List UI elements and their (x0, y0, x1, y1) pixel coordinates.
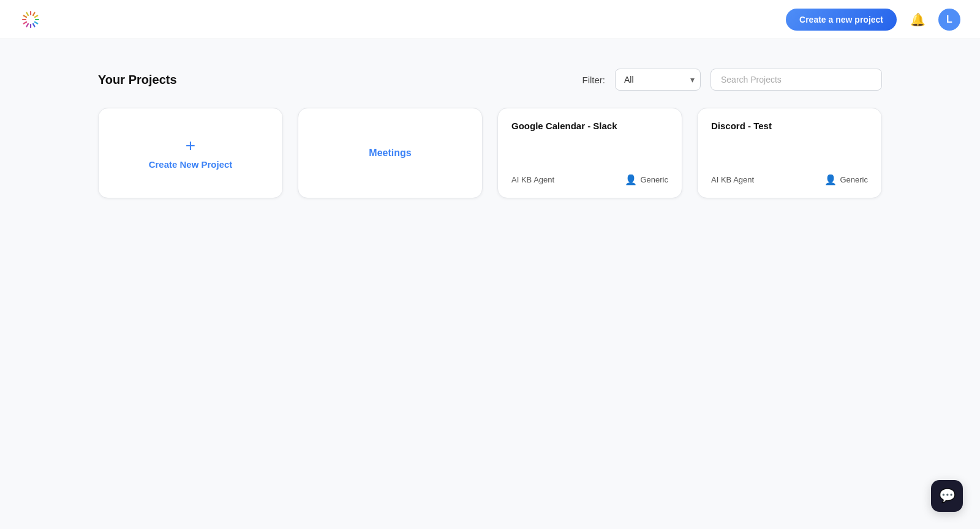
project-footer: AI KB Agent 👤 Generic (511, 174, 668, 186)
svg-line-1 (33, 12, 35, 15)
project-title: Discord - Test (711, 121, 868, 131)
projects-header: Your Projects Filter: All Active Archive… (98, 69, 882, 91)
main-content: Your Projects Filter: All Active Archive… (49, 39, 931, 228)
filter-select-wrapper: All Active Archived ▾ (615, 69, 701, 91)
project-footer: AI KB Agent 👤 Generic (711, 174, 868, 186)
agent-label: AI KB Agent (711, 175, 754, 184)
svg-line-5 (33, 23, 35, 26)
create-new-project-card[interactable]: + Create New Project (98, 108, 283, 198)
avatar[interactable]: L (938, 9, 960, 31)
svg-line-7 (27, 23, 29, 26)
category-label: Generic (840, 175, 868, 184)
navbar: Create a new project 🔔 L (0, 0, 980, 39)
person-icon: 👤 (625, 174, 637, 186)
chat-icon: 💬 (939, 488, 956, 504)
chat-widget[interactable]: 💬 (931, 480, 963, 512)
meetings-label: Meetings (369, 148, 411, 159)
svg-line-8 (24, 22, 26, 24)
bell-icon: 🔔 (910, 12, 925, 27)
project-title: Google Calendar - Slack (511, 121, 668, 131)
agent-label: AI KB Agent (511, 175, 554, 184)
person-icon: 👤 (824, 174, 837, 186)
plus-icon: + (186, 137, 195, 154)
notification-button[interactable]: 🔔 (907, 9, 929, 31)
type-badge: 👤 Generic (824, 174, 868, 186)
svg-line-2 (35, 15, 37, 17)
type-badge: 👤 Generic (625, 174, 668, 186)
navbar-right: Create a new project 🔔 L (786, 9, 960, 31)
meetings-card[interactable]: Meetings (298, 108, 483, 198)
create-card-label: Create New Project (149, 159, 233, 170)
svg-line-10 (24, 15, 26, 17)
filter-select[interactable]: All Active Archived (615, 69, 701, 91)
navbar-left (20, 9, 42, 31)
google-calendar-slack-card[interactable]: Google Calendar - Slack AI KB Agent 👤 Ge… (497, 108, 682, 198)
svg-line-4 (35, 22, 37, 24)
logo[interactable] (20, 9, 42, 31)
discord-test-card[interactable]: Discord - Test AI KB Agent 👤 Generic (697, 108, 882, 198)
projects-grid: + Create New Project Meetings Google Cal… (98, 108, 882, 198)
category-label: Generic (640, 175, 668, 184)
page-title: Your Projects (98, 73, 177, 87)
search-input[interactable] (710, 69, 882, 91)
create-new-project-button[interactable]: Create a new project (786, 9, 897, 31)
filter-label: Filter: (582, 75, 606, 85)
svg-line-11 (27, 12, 29, 15)
filter-section: Filter: All Active Archived ▾ (582, 69, 883, 91)
